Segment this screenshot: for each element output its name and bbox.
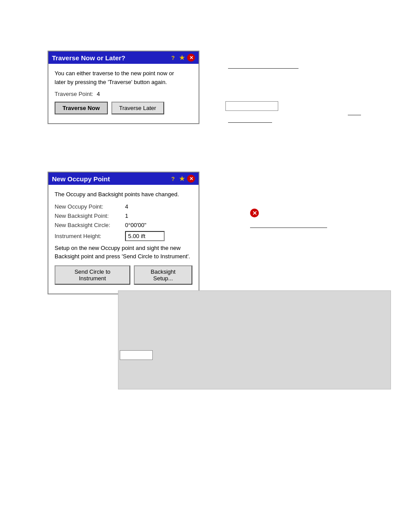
backsight-circle-label: New Backsight Circle:: [55, 222, 125, 228]
occupy-message: The Occupy and Backsight points have cha…: [55, 190, 192, 199]
backsight-setup-button[interactable]: Backsight Setup...: [134, 265, 192, 285]
backsight-circle-row: New Backsight Circle: 0°00'00": [55, 222, 192, 228]
right-line-1: [228, 68, 298, 69]
traverse-later-button[interactable]: Traverse Later: [111, 102, 164, 114]
occupy-dialog-titlebar: New Occupy Point ? ★ ✕: [48, 172, 199, 185]
occupy-buttons: Send Circle to Instrument Backsight Setu…: [55, 265, 192, 285]
right-line-2: [348, 115, 361, 115]
occupy-title-icons: ? ★ ✕: [169, 175, 195, 183]
backsight-point-label: New Backsight Point:: [55, 213, 125, 219]
traverse-point-label: Traverse Point:: [55, 91, 93, 97]
traverse-buttons: Traverse Now Traverse Later: [55, 102, 192, 114]
traverse-point-value: 4: [97, 91, 100, 97]
occupy-help-icon[interactable]: ?: [169, 175, 177, 182]
occupy-point-value: 4: [125, 203, 128, 210]
traverse-close-icon[interactable]: ✕: [187, 54, 195, 62]
backsight-point-value: 1: [125, 213, 128, 219]
right-close-icon[interactable]: ✕: [250, 209, 259, 217]
bottom-input-box[interactable]: [120, 350, 153, 360]
instrument-height-label: Instrument Height:: [55, 233, 125, 239]
occupy-instruction: Setup on the new Occupy point and sight …: [55, 244, 192, 261]
traverse-message: You can either traverse to the new point…: [55, 69, 192, 86]
bottom-panel: [118, 290, 391, 389]
right-line-3: [228, 122, 272, 123]
traverse-help-icon[interactable]: ?: [169, 54, 177, 61]
occupy-point-label: New Occupy Point:: [55, 203, 125, 210]
traverse-title-icons: ? ★ ✕: [169, 54, 195, 62]
occupy-point-row: New Occupy Point: 4: [55, 203, 192, 210]
traverse-dialog-title: Traverse Now or Later?: [52, 54, 169, 62]
backsight-point-row: New Backsight Point: 1: [55, 213, 192, 219]
send-circle-button[interactable]: Send Circle to Instrument: [55, 265, 130, 285]
occupy-star-icon[interactable]: ★: [178, 175, 185, 182]
occupy-dialog: New Occupy Point ? ★ ✕ The Occupy and Ba…: [48, 172, 199, 294]
occupy-dialog-title: New Occupy Point: [52, 175, 169, 183]
backsight-circle-value: 0°00'00": [125, 222, 146, 228]
traverse-point-row: Traverse Point: 4: [55, 91, 192, 97]
occupy-close-icon[interactable]: ✕: [187, 175, 195, 183]
traverse-now-button[interactable]: Traverse Now: [55, 102, 108, 114]
right-input-box[interactable]: [225, 101, 278, 111]
right-line-4: [250, 227, 327, 228]
traverse-dialog: Traverse Now or Later? ? ★ ✕ You can eit…: [48, 51, 199, 124]
traverse-dialog-body: You can either traverse to the new point…: [48, 64, 199, 123]
instrument-height-input[interactable]: [125, 231, 165, 241]
traverse-dialog-titlebar: Traverse Now or Later? ? ★ ✕: [48, 51, 199, 64]
traverse-star-icon[interactable]: ★: [178, 54, 185, 61]
occupy-dialog-body: The Occupy and Backsight points have cha…: [48, 185, 199, 294]
instrument-height-row: Instrument Height:: [55, 231, 192, 241]
